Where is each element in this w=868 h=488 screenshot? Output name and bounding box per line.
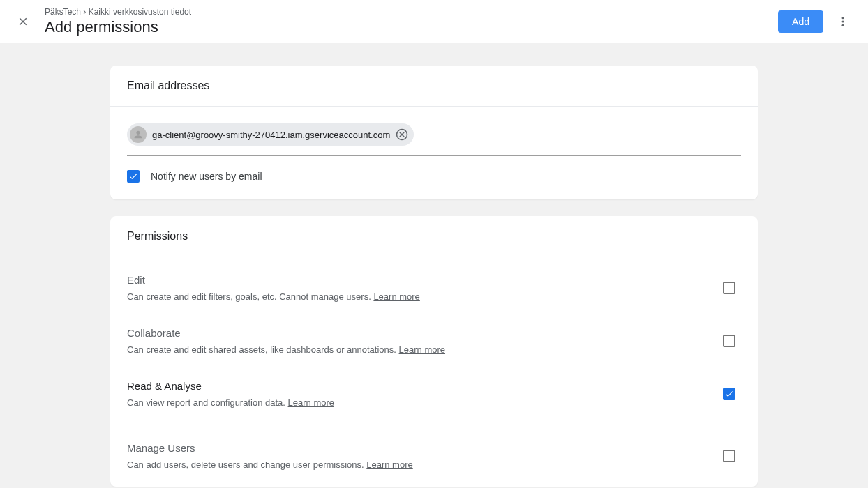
permission-info: Read & Analyse Can view report and confi… xyxy=(127,380,706,408)
permission-row-edit: Edit Can create and edit filters, goals,… xyxy=(127,261,741,314)
permission-info: Edit Can create and edit filters, goals,… xyxy=(127,274,706,302)
permission-title: Collaborate xyxy=(127,327,706,339)
permission-desc: Can view report and configuration data. … xyxy=(127,397,706,408)
permission-checkbox-collaborate[interactable] xyxy=(723,335,735,347)
permission-checkbox-edit[interactable] xyxy=(723,282,735,294)
permission-row-collaborate: Collaborate Can create and edit shared a… xyxy=(127,314,741,367)
permission-checkbox-manage-users[interactable] xyxy=(723,450,735,462)
email-card-header: Email addresses xyxy=(110,66,758,107)
permission-info: Manage Users Can add users, delete users… xyxy=(127,442,706,470)
page-title: Add permissions xyxy=(45,18,191,36)
permission-title: Read & Analyse xyxy=(127,380,706,392)
permission-row-read-analyse: Read & Analyse Can view report and confi… xyxy=(127,367,741,420)
email-chip-text: ga-client@groovy-smithy-270412.iam.gserv… xyxy=(152,130,390,140)
header-titles: PäksTech › Kaikki verkkosivuston tiedot … xyxy=(45,7,191,36)
svg-point-2 xyxy=(842,24,844,26)
permission-title: Edit xyxy=(127,274,706,286)
close-icon[interactable] xyxy=(17,15,29,28)
permissions-card-header: Permissions xyxy=(110,216,758,257)
learn-more-link[interactable]: Learn more xyxy=(399,344,445,355)
header-left: PäksTech › Kaikki verkkosivuston tiedot … xyxy=(17,7,191,36)
email-input-container[interactable]: ga-client@groovy-smithy-270412.iam.gserv… xyxy=(127,123,741,156)
learn-more-link[interactable]: Learn more xyxy=(373,291,419,302)
email-chip: ga-client@groovy-smithy-270412.iam.gserv… xyxy=(127,123,414,146)
permission-title: Manage Users xyxy=(127,442,706,454)
permission-info: Collaborate Can create and edit shared a… xyxy=(127,327,706,355)
email-card-body: ga-client@groovy-smithy-270412.iam.gserv… xyxy=(110,107,758,199)
learn-more-link[interactable]: Learn more xyxy=(366,459,412,470)
add-button[interactable]: Add xyxy=(778,10,823,33)
permission-desc: Can create and edit shared assets, like … xyxy=(127,344,706,355)
notify-checkbox-row: Notify new users by email xyxy=(127,170,741,183)
content: Email addresses ga-client@groovy-smithy-… xyxy=(99,66,769,487)
avatar-icon xyxy=(130,126,147,143)
permission-row-manage-users: Manage Users Can add users, delete users… xyxy=(127,429,741,482)
chip-remove-icon[interactable] xyxy=(396,128,408,141)
header-right: Add xyxy=(778,10,851,33)
permission-checkbox-read-analyse[interactable] xyxy=(723,388,735,400)
permission-desc: Can add users, delete users and change u… xyxy=(127,459,706,470)
permission-divider xyxy=(127,425,741,425)
permission-desc: Can create and edit filters, goals, etc.… xyxy=(127,291,706,302)
notify-label: Notify new users by email xyxy=(151,171,262,182)
email-card: Email addresses ga-client@groovy-smithy-… xyxy=(110,66,758,199)
svg-point-1 xyxy=(842,20,844,22)
notify-checkbox[interactable] xyxy=(127,170,140,183)
permissions-card: Permissions Edit Can create and edit fil… xyxy=(110,216,758,487)
permission-group-main: Edit Can create and edit filters, goals,… xyxy=(110,257,758,487)
more-icon[interactable] xyxy=(835,13,851,30)
svg-point-0 xyxy=(842,17,844,19)
learn-more-link[interactable]: Learn more xyxy=(288,397,334,408)
page-header: PäksTech › Kaikki verkkosivuston tiedot … xyxy=(0,0,868,43)
breadcrumb: PäksTech › Kaikki verkkosivuston tiedot xyxy=(45,7,191,17)
